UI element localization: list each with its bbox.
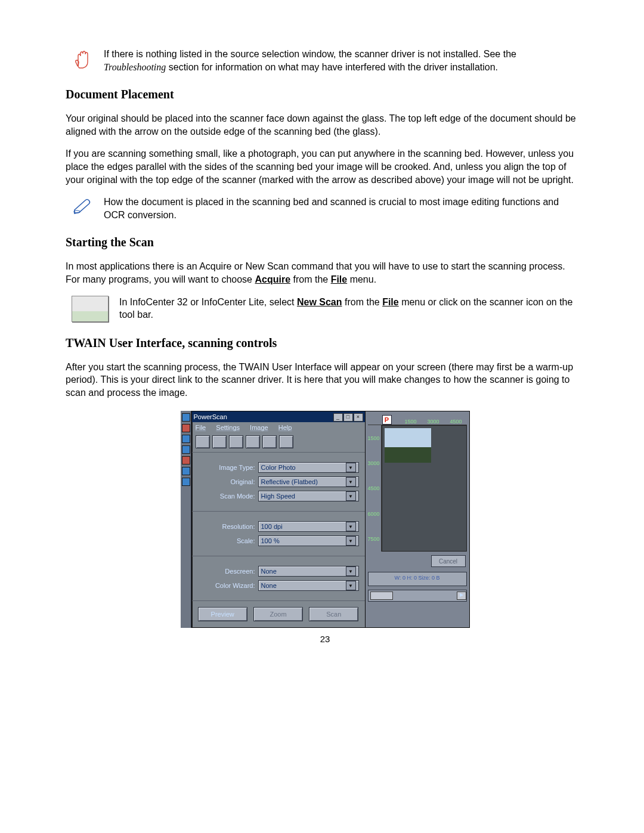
- close-icon[interactable]: ×: [354, 413, 363, 422]
- zoom-button[interactable]: Zoom: [253, 607, 303, 621]
- ruler-vertical: 1500 3000 4500 6000 7500: [368, 425, 382, 552]
- caution-note: If there is nothing listed in the source…: [72, 48, 578, 73]
- window-titlebar: PowerScan _□×: [192, 411, 365, 422]
- color-wizard-select[interactable]: None▼: [258, 580, 359, 591]
- toolbar-icon[interactable]: [246, 435, 260, 448]
- preview-thumbnail: [385, 428, 431, 463]
- menubar: File Settings Image Help: [192, 422, 365, 433]
- tip-text: How the document is placed in the scanni…: [104, 196, 578, 221]
- powerscan-window: PowerScan _□× File Settings Image Help: [191, 411, 470, 628]
- side-tool-icon[interactable]: [182, 478, 190, 486]
- label-scale: Scale:: [198, 537, 258, 544]
- paragraph: After you start the scanning process, th…: [66, 361, 578, 400]
- horizontal-scrollbar[interactable]: ▶: [368, 590, 467, 602]
- scan-mode-select[interactable]: High Speed▼: [258, 491, 359, 501]
- toolbar-icon[interactable]: [229, 435, 243, 448]
- resolution-select[interactable]: 100 dpi▼: [258, 521, 359, 532]
- section-starting-scan: Starting the Scan: [66, 236, 578, 249]
- pen-note-icon: [72, 196, 93, 215]
- paragraph: If you are scanning something small, lik…: [66, 147, 578, 186]
- toolbar-icon[interactable]: [196, 435, 210, 448]
- chevron-down-icon[interactable]: ▼: [346, 566, 356, 576]
- chevron-down-icon[interactable]: ▼: [346, 477, 356, 487]
- label-scan-mode: Scan Mode:: [198, 493, 258, 500]
- label-resolution: Resolution:: [198, 523, 258, 530]
- chevron-down-icon[interactable]: ▼: [346, 536, 356, 546]
- chevron-down-icon[interactable]: ▼: [346, 581, 356, 590]
- page-number: 23: [72, 634, 578, 644]
- toolbar-icon[interactable]: [279, 435, 293, 448]
- infocenter-note: In InfoCenter 32 or InfoCenter Lite, sel…: [72, 296, 578, 322]
- side-tool-icon[interactable]: [182, 424, 190, 432]
- image-type-select[interactable]: Color Photo▼: [258, 462, 359, 473]
- ruler-horizontal: P 1500 3000 4500: [368, 414, 467, 425]
- section-twain-ui: TWAIN User Interface, scanning controls: [66, 336, 578, 350]
- cancel-button[interactable]: Cancel: [431, 555, 466, 567]
- toolbar: [192, 433, 365, 453]
- paragraph: Your original should be placed into the …: [66, 112, 578, 138]
- scale-select[interactable]: 100 %▼: [258, 535, 359, 546]
- caution-text: If there is nothing listed in the source…: [104, 48, 578, 73]
- chevron-down-icon[interactable]: ▼: [346, 491, 356, 501]
- hand-stop-icon: [72, 48, 93, 69]
- side-tool-icon[interactable]: [182, 413, 190, 422]
- label-image-type: Image Type:: [198, 464, 258, 471]
- menu-settings[interactable]: Settings: [216, 424, 240, 431]
- window-title: PowerScan: [194, 413, 227, 420]
- scrollbar-thumb[interactable]: [370, 592, 393, 600]
- manual-page: If there is nothing listed in the source…: [0, 0, 644, 833]
- preview-canvas[interactable]: [382, 425, 467, 552]
- toolbar-icon[interactable]: [212, 435, 227, 448]
- side-tool-icon[interactable]: [182, 456, 190, 465]
- menu-file[interactable]: File: [196, 424, 206, 431]
- scroll-right-icon[interactable]: ▶: [457, 592, 466, 600]
- menu-help[interactable]: Help: [278, 424, 292, 431]
- menu-image[interactable]: Image: [250, 424, 268, 431]
- descreen-select[interactable]: None▼: [258, 566, 359, 577]
- dimensions-readout: W: 0 H: 0 Size: 0 B: [368, 572, 467, 586]
- paragraph: In most applications there is an Acquire…: [66, 260, 578, 286]
- label-descreen: Descreen:: [198, 568, 258, 575]
- toolbar-icon[interactable]: [262, 435, 277, 448]
- label-original: Original:: [198, 478, 258, 485]
- minimize-icon[interactable]: _: [333, 413, 343, 422]
- preview-button[interactable]: Preview: [198, 607, 247, 621]
- scanner-icon: [72, 296, 109, 322]
- maximize-icon[interactable]: □: [343, 413, 353, 422]
- side-tool-icon[interactable]: [182, 445, 190, 454]
- section-document-placement: Document Placement: [66, 88, 578, 101]
- chevron-down-icon[interactable]: ▼: [346, 522, 356, 531]
- original-select[interactable]: Reflective (Flatbed)▼: [258, 476, 359, 487]
- chevron-down-icon[interactable]: ▼: [346, 463, 356, 472]
- infocenter-text: In InfoCenter 32 or InfoCenter Lite, sel…: [119, 296, 578, 321]
- tip-note: How the document is placed in the scanni…: [72, 196, 578, 221]
- side-toolbar: [181, 411, 191, 628]
- scan-button[interactable]: Scan: [309, 607, 358, 621]
- side-tool-icon[interactable]: [182, 435, 190, 443]
- p-badge-icon: P: [382, 415, 392, 425]
- side-tool-icon[interactable]: [182, 467, 190, 475]
- label-color-wizard: Color Wizard:: [198, 582, 258, 589]
